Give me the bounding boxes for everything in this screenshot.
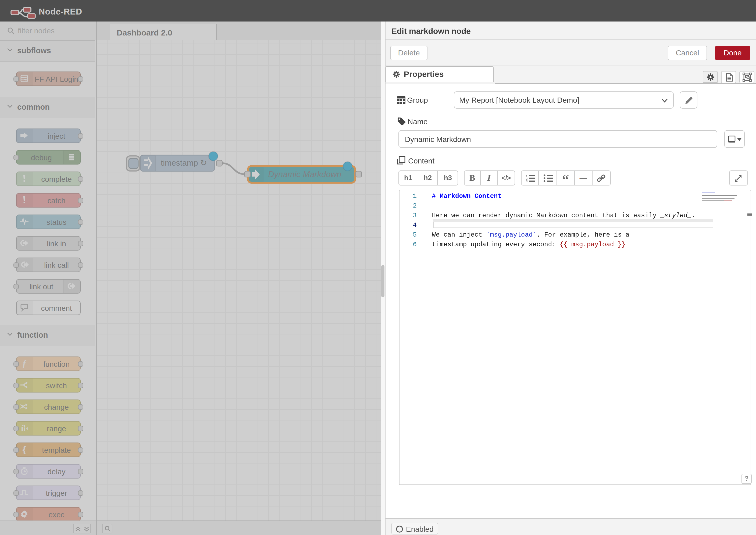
svg-text:3: 3 bbox=[526, 180, 528, 183]
